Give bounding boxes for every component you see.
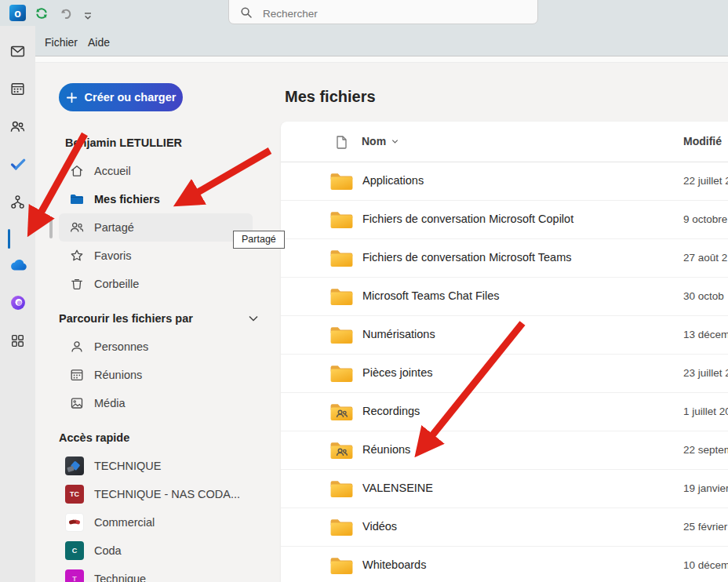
quickaccess-item-technique[interactable]: T Technique: [59, 565, 263, 582]
quickaccess-item-technique-nas[interactable]: TC TECHNIQUE - NAS CODA...: [59, 480, 263, 508]
menu-help[interactable]: Aide: [88, 36, 110, 49]
rail-item-onedrive[interactable]: [0, 249, 35, 281]
folder-icon: [329, 210, 354, 230]
sidebar-item-home[interactable]: Accueil: [59, 157, 253, 185]
rail-item-copilot[interactable]: [0, 287, 35, 318]
rail-item-people[interactable]: [0, 111, 35, 142]
page-title: Mes fichiers: [285, 88, 376, 106]
file-name: Réunions: [362, 443, 410, 456]
file-modified-date: 19 janvier: [683, 482, 728, 494]
file-name: Applications: [362, 174, 424, 187]
sync-button[interactable]: [32, 4, 51, 23]
file-modified-date: 1 juillet 20: [683, 406, 728, 417]
trash-icon: [69, 276, 85, 292]
meetings-calendar-icon: [69, 367, 85, 383]
file-rows: Applications 22 juillet 2 Fichiers de co…: [281, 162, 728, 582]
sidebar-item-label: Mes fichiers: [94, 193, 160, 206]
search-box[interactable]: [228, 0, 538, 24]
sidebar-item-favorites[interactable]: Favoris: [59, 242, 253, 270]
table-row[interactable]: Recordings 1 juillet 20: [281, 393, 728, 431]
file-name: VALENSEINE: [362, 482, 433, 494]
file-name: Whiteboards: [362, 558, 426, 571]
table-row[interactable]: Fichiers de conversation Microsoft Copil…: [281, 201, 728, 239]
sidebar-item-label: Favoris: [94, 249, 132, 262]
sync-icon: [34, 5, 49, 21]
tc-badge-icon: TC: [65, 485, 84, 504]
outlook-logo: o: [9, 5, 26, 21]
chevron-down-icon[interactable]: [247, 312, 260, 325]
calendar-icon: [9, 81, 26, 97]
column-modified-label: Modifié: [683, 135, 722, 147]
file-type-icon[interactable]: [335, 135, 348, 150]
file-name: Numérisations: [362, 328, 435, 340]
file-modified-date: 10 décem: [683, 559, 728, 571]
file-name: Fichiers de conversation Microsoft Copil…: [362, 213, 573, 225]
rail-item-org-chart[interactable]: [0, 186, 35, 217]
table-row[interactable]: VALENSEINE 19 janvier: [281, 470, 728, 508]
table-row[interactable]: Whiteboards 10 décem: [281, 547, 728, 582]
file-modified-date: 23 juillet 2: [683, 367, 728, 379]
browse-section-header[interactable]: Parcourir les fichiers par: [59, 312, 278, 325]
user-name: Benjamin LETULLIER: [65, 136, 182, 149]
undo-button[interactable]: [56, 4, 75, 23]
rail-item-calendar[interactable]: [0, 73, 35, 104]
file-name: Fichiers de conversation Microsoft Teams: [362, 251, 571, 264]
sidebar-item-meetings[interactable]: Réunions: [59, 361, 253, 389]
folder-icon: [329, 287, 354, 307]
quickaccess-item-technique-site[interactable]: TECHNIQUE: [59, 452, 263, 480]
home-icon: [69, 163, 85, 179]
file-name: Microsoft Teams Chat Files: [362, 289, 500, 302]
ribbon-strip: [35, 56, 728, 63]
column-header-name[interactable]: Nom: [362, 135, 399, 147]
table-row[interactable]: Numérisations 13 décem: [281, 316, 728, 355]
sidebar-item-my-files[interactable]: Mes fichiers: [59, 185, 253, 213]
app-rail: [0, 26, 35, 582]
site-thumbnail-icon: [65, 457, 84, 475]
table-row[interactable]: Fichiers de conversation Microsoft Teams…: [281, 239, 728, 278]
rail-item-todo[interactable]: [0, 148, 35, 180]
sidebar-scrollbar-thumb[interactable]: [49, 216, 53, 238]
table-row[interactable]: Vidéos 25 février: [281, 508, 728, 547]
sidebar-item-media[interactable]: Média: [59, 389, 253, 417]
file-modified-date: 9 octobre: [683, 213, 727, 225]
table-row[interactable]: Applications 22 juillet 2: [281, 162, 728, 201]
search-input[interactable]: [263, 8, 498, 20]
handshake-icon: [65, 513, 84, 532]
rail-item-apps[interactable]: [0, 325, 35, 356]
file-modified-date: 22 juillet 2: [683, 175, 728, 187]
column-header-modified[interactable]: Modifié: [683, 135, 728, 147]
title-bar: Fichier Aide: [0, 0, 728, 56]
customize-toolbar-button[interactable]: [78, 6, 97, 25]
folder-icon: [329, 249, 354, 268]
file-modified-date: 25 février: [683, 521, 727, 533]
quickaccess-item-commercial[interactable]: Commercial: [59, 508, 263, 537]
file-name: Recordings: [362, 405, 420, 417]
create-or-upload-button[interactable]: Créer ou charger: [59, 83, 183, 111]
rail-item-mail[interactable]: [0, 35, 35, 67]
folder-icon: [69, 191, 85, 207]
sidebar-item-persons[interactable]: Personnes: [59, 333, 253, 361]
coda-badge-icon: C: [65, 541, 84, 560]
sidebar-item-label: Réunions: [94, 369, 142, 381]
table-row[interactable]: Microsoft Teams Chat Files 30 octob: [281, 278, 728, 316]
table-row[interactable]: Pièces jointes 23 juillet 2: [281, 355, 728, 393]
mail-icon: [9, 43, 26, 60]
quickaccess-label: TECHNIQUE: [94, 460, 161, 472]
onedrive-icon: [8, 255, 28, 275]
sidebar-item-label: Média: [94, 397, 126, 409]
folder-icon: [329, 172, 354, 191]
media-image-icon: [69, 395, 85, 411]
quickaccess-item-coda[interactable]: C Coda: [59, 537, 263, 565]
table-row[interactable]: Réunions 22 septem: [281, 431, 728, 470]
menu-file[interactable]: Fichier: [45, 36, 78, 49]
sidebar-item-shared[interactable]: Partagé: [59, 213, 253, 242]
star-icon: [69, 248, 85, 264]
sidebar-item-trash[interactable]: Corbeille: [59, 270, 253, 298]
shared-tooltip: Partagé: [233, 231, 285, 249]
people-icon: [9, 118, 26, 135]
org-chart-icon: [9, 194, 26, 210]
quick-access-header: Accès rapide: [59, 431, 278, 444]
quickaccess-label: TECHNIQUE - NAS CODA...: [94, 488, 240, 500]
browse-section-title: Parcourir les fichiers par: [59, 312, 193, 325]
file-modified-date: 22 septem: [683, 444, 728, 456]
